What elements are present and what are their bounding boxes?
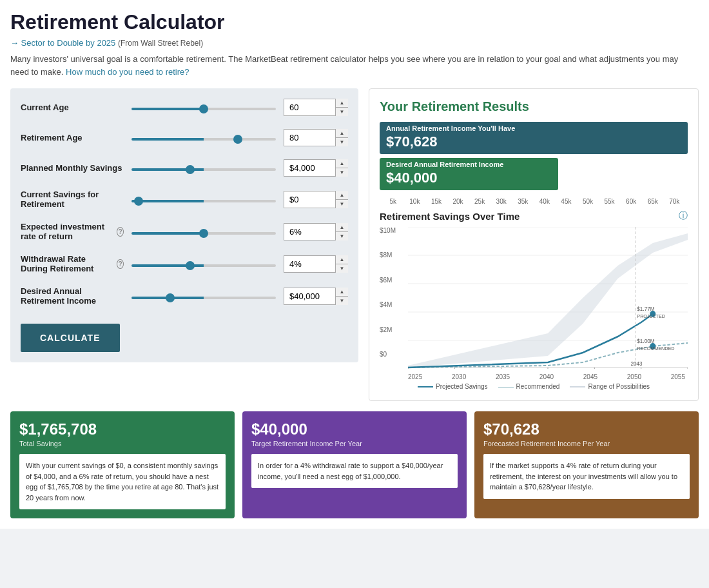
promo-link[interactable]: → Sector to Double by 2025 <box>10 38 115 48</box>
current-savings-slider[interactable] <box>131 200 276 202</box>
withdrawal-rate-up[interactable]: ▲ <box>336 255 348 264</box>
current-age-up[interactable]: ▲ <box>336 99 348 108</box>
monthly-savings-slider[interactable] <box>131 168 276 171</box>
retirement-age-slider[interactable] <box>131 138 276 141</box>
retire-link[interactable]: How much do you need to retire? <box>66 67 189 77</box>
investment-return-up[interactable]: ▲ <box>336 223 348 232</box>
card2-amount: $40,000 <box>251 420 458 438</box>
desired-income-label: Desired Annual Retirement Income <box>21 286 124 306</box>
annual-income-bar-label: Annual Retirement Income You'll Have <box>380 122 688 133</box>
annual-income-bar-row: Annual Retirement Income You'll Have $70… <box>380 122 688 154</box>
x-label-45k: 45k <box>556 198 578 205</box>
chart-title-row: Retirement Savings Over Time ⓘ <box>380 210 688 222</box>
investment-return-slider[interactable] <box>131 232 276 235</box>
svg-text:RECOMMENDED: RECOMMENDED <box>637 346 675 351</box>
description-text: Many investors' universal goal is a comf… <box>10 53 699 78</box>
chart-x-2040: 2040 <box>539 373 554 380</box>
chart-x-2035: 2035 <box>496 373 510 380</box>
y-label-2m: $2M <box>380 326 396 333</box>
legend-recommended-line <box>498 387 514 387</box>
card2-desc: In order for a 4% withdrawal rate to sup… <box>251 454 458 488</box>
monthly-savings-spin: ▲ ▼ <box>335 159 348 177</box>
desired-income-slider-wrap <box>131 291 276 301</box>
withdrawal-rate-help-icon[interactable]: ? <box>117 259 124 269</box>
legend-range-label: Range of Possibilities <box>588 383 650 390</box>
desired-income-slider[interactable] <box>131 297 276 299</box>
card3-amount: $70,628 <box>483 420 690 438</box>
annual-income-bar: Annual Retirement Income You'll Have $70… <box>380 122 688 154</box>
card3-subtitle: Forecasted Retirement Income Per Year <box>483 440 690 447</box>
legend-recommended: Recommended <box>498 383 560 390</box>
desired-income-input-wrap: ▲ ▼ <box>284 288 348 305</box>
card2-subtitle: Target Retirement Income Per Year <box>251 440 458 447</box>
current-savings-row: Current Savings for Retirement ▲ ▼ <box>21 190 348 209</box>
desired-income-up[interactable]: ▲ <box>336 288 348 297</box>
y-axis-labels: $10M $8M $6M $4M $2M $0 <box>380 227 396 358</box>
desired-income-down[interactable]: ▼ <box>336 297 348 305</box>
x-label-5k: 5k <box>382 198 404 205</box>
x-label-30k: 30k <box>490 198 512 205</box>
retirement-age-down[interactable]: ▼ <box>336 138 348 146</box>
x-label-10k: 10k <box>404 198 426 205</box>
retirement-age-up[interactable]: ▲ <box>336 129 348 138</box>
retirement-age-label: Retirement Age <box>21 133 124 142</box>
legend-projected: Projected Savings <box>418 383 488 390</box>
current-age-spin: ▲ ▼ <box>335 99 348 116</box>
investment-return-slider-wrap <box>131 227 276 237</box>
withdrawal-rate-spin: ▲ ▼ <box>335 255 348 273</box>
bottom-cards: $1,765,708 Total Savings With your curre… <box>10 411 699 518</box>
retirement-age-spin: ▲ ▼ <box>335 129 348 146</box>
current-savings-slider-wrap <box>131 195 276 204</box>
monthly-savings-label: Planned Monthly Savings <box>21 163 124 173</box>
investment-return-label: Expected investment rate of return ? <box>21 222 124 241</box>
investment-return-down[interactable]: ▼ <box>336 232 348 240</box>
desired-income-bar-row: Desired Annual Retirement Income $40,000 <box>380 158 688 190</box>
savings-chart: $1.77M PROJECTED $1.00M RECOMMENDED 2043 <box>408 227 688 369</box>
withdrawal-rate-slider[interactable] <box>131 264 276 267</box>
chart-x-2025: 2025 <box>408 373 422 380</box>
card-total-savings: $1,765,708 Total Savings With your curre… <box>10 411 235 518</box>
y-label-6m: $6M <box>380 277 396 284</box>
chart-x-labels: 2025 2030 2035 2040 2045 2050 2055 <box>405 373 688 380</box>
chart-x-2050: 2050 <box>627 373 641 380</box>
input-panel: Current Age ▲ ▼ Retirement Age <box>10 88 358 362</box>
current-age-label: Current Age <box>21 103 124 112</box>
retirement-age-slider-wrap <box>131 133 276 142</box>
current-age-slider[interactable] <box>131 108 276 110</box>
retirement-age-input-wrap: ▲ ▼ <box>284 129 348 146</box>
current-age-down[interactable]: ▼ <box>336 108 348 116</box>
page-title: Retirement Calculator <box>10 10 699 34</box>
bar-results: Annual Retirement Income You'll Have $70… <box>380 122 688 190</box>
withdrawal-rate-slider-wrap <box>131 259 276 269</box>
card-target-income: $40,000 Target Retirement Income Per Yea… <box>242 411 467 518</box>
desired-income-bar-value: $40,000 <box>380 170 558 190</box>
investment-return-help-icon[interactable]: ? <box>117 227 124 237</box>
legend-projected-line <box>418 386 433 387</box>
current-savings-down[interactable]: ▼ <box>336 200 348 208</box>
y-label-8m: $8M <box>380 251 396 259</box>
card-forecasted-income: $70,628 Forecasted Retirement Income Per… <box>474 411 699 518</box>
monthly-savings-input-wrap: ▲ ▼ <box>284 159 348 177</box>
bar-x-axis: 5k 10k 15k 20k 25k 30k 35k 40k 45k 50k 5… <box>380 198 688 205</box>
chart-x-2055: 2055 <box>671 373 685 380</box>
card1-desc: With your current savings of $0, a consi… <box>19 454 226 509</box>
card3-desc: If the market supports a 4% rate of retu… <box>483 454 690 499</box>
monthly-savings-down[interactable]: ▼ <box>336 168 348 177</box>
chart-legend: Projected Savings Recommended Range of P… <box>380 383 688 390</box>
y-label-0: $0 <box>380 351 396 358</box>
legend-projected-label: Projected Savings <box>436 383 488 390</box>
current-age-input-wrap: ▲ ▼ <box>284 99 348 116</box>
desired-income-spin: ▲ ▼ <box>335 288 348 305</box>
calculate-button[interactable]: CALCULATE <box>21 324 120 352</box>
annual-income-bar-value: $70,628 <box>380 133 688 154</box>
withdrawal-rate-label: Withdrawal Rate During Retirement ? <box>21 254 124 273</box>
current-savings-up[interactable]: ▲ <box>336 191 348 200</box>
monthly-savings-up[interactable]: ▲ <box>336 159 348 168</box>
results-panel: Your Retirement Results Annual Retiremen… <box>369 88 699 401</box>
withdrawal-rate-down[interactable]: ▼ <box>336 264 348 273</box>
retirement-age-row: Retirement Age ▲ ▼ <box>21 129 348 146</box>
y-label-10m: $10M <box>380 227 396 234</box>
x-label-70k: 70k <box>664 198 686 205</box>
chart-help-icon[interactable]: ⓘ <box>679 210 688 222</box>
promo-source: (From Wall Street Rebel) <box>118 39 203 48</box>
